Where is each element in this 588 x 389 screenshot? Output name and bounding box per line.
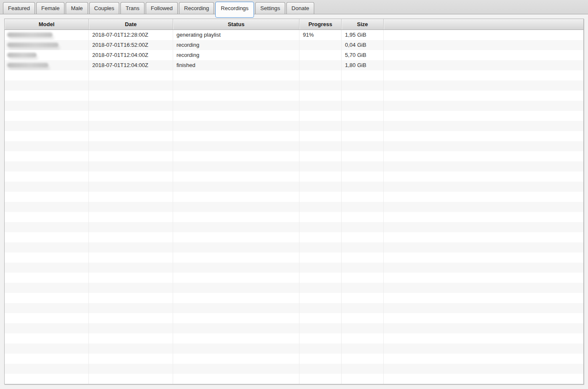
- empty-cell: [5, 293, 89, 303]
- empty-row: [5, 293, 583, 303]
- empty-cell: [384, 263, 583, 273]
- empty-cell: [384, 364, 583, 374]
- empty-cell: [173, 354, 299, 364]
- empty-cell: [299, 364, 342, 374]
- empty-cell: [342, 252, 384, 263]
- empty-cell: [299, 354, 342, 364]
- empty-cell: [384, 323, 583, 333]
- empty-cell: [173, 141, 299, 151]
- empty-cell: [299, 293, 342, 303]
- cell-date: 2018-07-01T12:04:00Z: [89, 50, 173, 60]
- empty-cell: [5, 182, 89, 192]
- empty-cell: [5, 151, 89, 161]
- empty-row: [5, 222, 583, 232]
- empty-row: [5, 263, 583, 273]
- empty-cell: [384, 354, 583, 364]
- column-header-spacer: [384, 19, 583, 30]
- empty-cell: [384, 121, 583, 131]
- recording-row[interactable]: 2018-07-01T12:04:00Zrecording5,70 GiB: [5, 50, 583, 60]
- empty-cell: [342, 212, 384, 222]
- empty-row: [5, 283, 583, 293]
- empty-row: [5, 252, 583, 263]
- empty-cell: [5, 70, 89, 80]
- column-header-date[interactable]: Date: [89, 19, 173, 30]
- empty-cell: [89, 242, 173, 252]
- recording-row[interactable]: 2018-07-01T16:52:00Zrecording0,04 GiB: [5, 40, 583, 50]
- empty-cell: [5, 172, 89, 182]
- empty-row: [5, 192, 583, 202]
- empty-cell: [5, 111, 89, 121]
- empty-row: [5, 131, 583, 141]
- recordings-table: ModelDateStatusProgressSize 2018-07-01T1…: [4, 19, 584, 384]
- cell-size: 5,70 GiB: [342, 50, 384, 60]
- empty-cell: [173, 333, 299, 343]
- tab-trans[interactable]: Trans: [120, 2, 144, 14]
- empty-cell: [89, 121, 173, 131]
- empty-cell: [342, 182, 384, 192]
- table-header-row: ModelDateStatusProgressSize: [5, 19, 583, 30]
- empty-cell: [173, 303, 299, 313]
- empty-cell: [5, 202, 89, 212]
- tab-recording[interactable]: Recording: [179, 2, 214, 14]
- empty-cell: [384, 343, 583, 354]
- empty-cell: [89, 192, 173, 202]
- tab-settings[interactable]: Settings: [255, 2, 285, 14]
- cell-progress: [299, 50, 342, 60]
- empty-cell: [173, 202, 299, 212]
- empty-row: [5, 161, 583, 172]
- empty-cell: [342, 131, 384, 141]
- cell-status: recording: [173, 50, 299, 60]
- empty-cell: [173, 293, 299, 303]
- empty-cell: [342, 293, 384, 303]
- column-header-status[interactable]: Status: [173, 19, 299, 30]
- empty-cell: [89, 141, 173, 151]
- empty-cell: [89, 80, 173, 91]
- tab-recordings[interactable]: Recordings: [215, 2, 254, 18]
- empty-cell: [89, 303, 173, 313]
- empty-cell: [173, 80, 299, 91]
- empty-cell: [384, 212, 583, 222]
- model-name-redacted: [7, 43, 59, 47]
- empty-row: [5, 242, 583, 252]
- empty-cell: [5, 283, 89, 293]
- recording-row[interactable]: 2018-07-01T12:04:00Zfinished1,80 GiB: [5, 60, 583, 70]
- empty-cell: [173, 343, 299, 354]
- tab-followed[interactable]: Followed: [146, 2, 178, 14]
- empty-cell: [342, 91, 384, 101]
- empty-row: [5, 121, 583, 131]
- empty-cell: [5, 212, 89, 222]
- cell-model: [5, 60, 89, 70]
- model-name-redacted: [7, 63, 48, 67]
- column-header-model[interactable]: Model: [5, 19, 89, 30]
- tab-couples[interactable]: Couples: [89, 2, 120, 14]
- tab-donate[interactable]: Donate: [286, 2, 314, 14]
- empty-cell: [173, 242, 299, 252]
- empty-cell: [299, 141, 342, 151]
- empty-cell: [299, 121, 342, 131]
- empty-row: [5, 101, 583, 111]
- empty-cell: [89, 91, 173, 101]
- empty-cell: [173, 374, 299, 384]
- empty-cell: [384, 303, 583, 313]
- empty-cell: [89, 232, 173, 242]
- tab-female[interactable]: Female: [36, 2, 64, 14]
- empty-cell: [342, 354, 384, 364]
- column-header-progress[interactable]: Progress: [299, 19, 342, 30]
- empty-cell: [342, 333, 384, 343]
- empty-row: [5, 333, 583, 343]
- empty-cell: [384, 111, 583, 121]
- empty-cell: [384, 141, 583, 151]
- empty-cell: [89, 101, 173, 111]
- cell-date: 2018-07-01T16:52:00Z: [89, 40, 173, 50]
- empty-cell: [89, 172, 173, 182]
- table-body: 2018-07-01T12:28:00Zgenerating playlist9…: [5, 30, 583, 384]
- tab-male[interactable]: Male: [66, 2, 88, 14]
- model-name-redacted: [7, 32, 53, 37]
- tab-featured[interactable]: Featured: [3, 2, 35, 14]
- empty-cell: [89, 161, 173, 172]
- empty-cell: [5, 374, 89, 384]
- recording-row[interactable]: 2018-07-01T12:28:00Zgenerating playlist9…: [5, 30, 583, 40]
- empty-cell: [173, 313, 299, 323]
- column-header-size[interactable]: Size: [342, 19, 384, 30]
- empty-cell: [5, 161, 89, 172]
